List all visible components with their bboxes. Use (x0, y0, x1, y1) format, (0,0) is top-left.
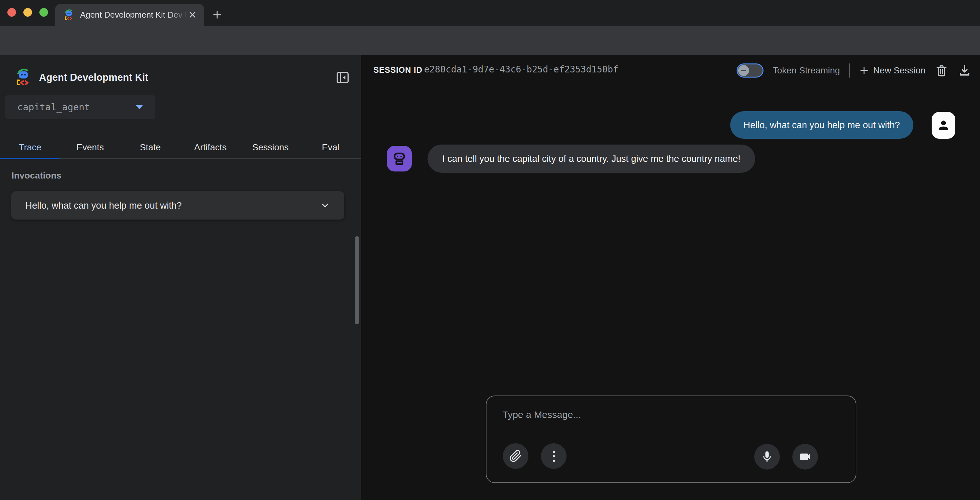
video-button[interactable] (792, 444, 818, 470)
tab-strip: Agent Development Kit Dev UI (0, 0, 980, 26)
mic-icon (760, 450, 773, 463)
chevron-down-icon (320, 200, 330, 211)
session-id-value: e280cda1-9d7e-43c6-b25d-ef2353d150bf (424, 64, 619, 75)
browser-window: Agent Development Kit Dev UI Not Secure (0, 0, 980, 500)
agent-message-text: I can tell you the capital city of a cou… (442, 153, 740, 164)
header-separator (849, 64, 850, 78)
export-session-icon[interactable] (958, 64, 972, 78)
delete-session-icon[interactable] (934, 64, 949, 78)
agent-select-dropdown[interactable]: capital_agent (5, 95, 155, 119)
agent-avatar (387, 146, 412, 171)
adk-dev-ui-page: Agent Development Kit capital_agent Trac… (0, 55, 980, 500)
invocation-expansion-panel[interactable]: Hello, what can you help me out with? (11, 191, 344, 220)
close-tab-icon[interactable] (188, 10, 197, 19)
tab-title: Agent Development Kit Dev UI (80, 10, 188, 20)
minimize-window-button[interactable] (23, 8, 32, 17)
tab-artifacts[interactable]: Artifacts (180, 136, 240, 159)
adk-favicon-robot-icon (64, 9, 75, 21)
user-message-bubble: Hello, what can you help me out with? (730, 111, 913, 139)
dropdown-caret-icon (136, 105, 143, 109)
sidebar-tabs: Trace Events State Artifacts Sessions Ev… (0, 136, 361, 159)
message-input[interactable] (503, 406, 839, 424)
videocam-icon (799, 450, 811, 463)
invocations-heading: Invocations (11, 171, 62, 181)
collapse-sidebar-icon[interactable] (335, 70, 350, 85)
microphone-button[interactable] (754, 444, 780, 470)
tab-eval[interactable]: Eval (301, 136, 361, 159)
plus-icon (859, 65, 870, 76)
agent-message-bubble: I can tell you the capital city of a cou… (428, 145, 755, 173)
more-options-button[interactable] (541, 443, 566, 469)
new-tab-button[interactable] (212, 9, 223, 21)
chat-panel: SESSION ID e280cda1-9d7e-43c6-b25d-ef235… (361, 55, 980, 500)
message-composer (486, 396, 856, 483)
app-title: Agent Development Kit (39, 72, 148, 83)
adk-logo-robot-icon (15, 68, 33, 86)
token-streaming-label: Token Streaming (772, 65, 840, 76)
tab-trace[interactable]: Trace (0, 136, 60, 159)
paperclip-icon (509, 450, 522, 463)
close-window-button[interactable] (7, 8, 16, 17)
browser-tab-adk[interactable]: Agent Development Kit Dev UI (55, 4, 204, 26)
agent-select-value: capital_agent (17, 102, 136, 112)
session-actions: Token Streaming New Session (737, 61, 972, 80)
sidebar: Agent Development Kit capital_agent Trac… (0, 55, 361, 500)
macos-window-controls (7, 8, 48, 17)
user-message-text: Hello, what can you help me out with? (744, 120, 900, 131)
tab-state[interactable]: State (120, 136, 180, 159)
attach-file-button[interactable] (503, 443, 528, 469)
sidebar-scrollbar-thumb[interactable] (355, 236, 359, 324)
tab-sessions[interactable]: Sessions (240, 136, 301, 159)
sidebar-header: Agent Development Kit (0, 55, 361, 100)
robot-icon (391, 150, 408, 167)
fullscreen-window-button[interactable] (40, 8, 48, 17)
session-header: SESSION ID e280cda1-9d7e-43c6-b25d-ef235… (361, 55, 980, 86)
token-streaming-toggle[interactable] (737, 64, 764, 78)
invocation-text: Hello, what can you help me out with? (25, 200, 320, 211)
user-avatar (932, 112, 955, 139)
tab-events[interactable]: Events (60, 136, 121, 159)
person-icon (937, 118, 951, 133)
toggle-thumb (738, 65, 749, 76)
more-vert-icon (553, 450, 555, 462)
session-id-label: SESSION ID (374, 65, 422, 75)
new-session-button[interactable]: New Session (859, 65, 926, 76)
browser-toolbar: Not Secure Guest Relaunch to update (0, 26, 980, 55)
